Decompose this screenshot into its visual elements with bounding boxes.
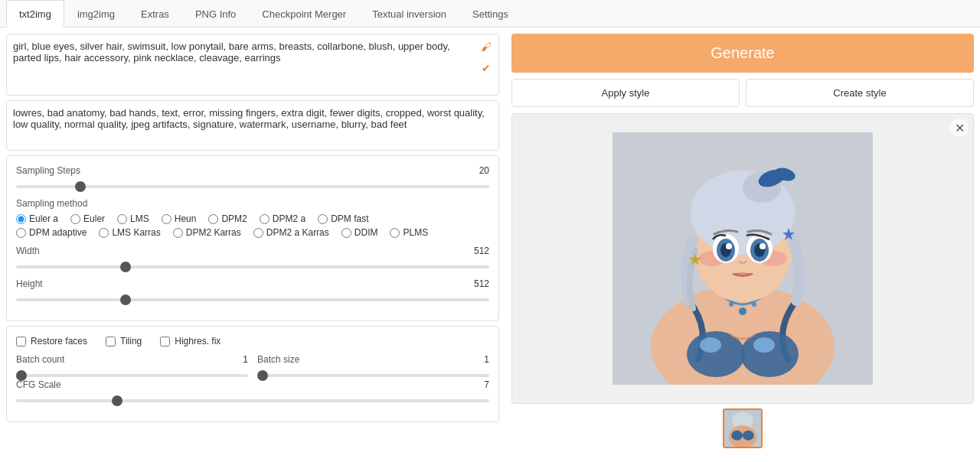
image-display: ✕: [511, 113, 974, 404]
sampling-steps-value: 20: [479, 165, 489, 176]
radio-euler-a[interactable]: Euler a: [16, 213, 58, 224]
negative-prompt-wrapper: [6, 100, 499, 151]
thumbnail-1[interactable]: [723, 408, 763, 448]
tab-extras[interactable]: Extras: [128, 0, 182, 28]
highres-fix-checkbox[interactable]: Highres. fix: [160, 336, 220, 346]
batch-size-item: Batch size 1: [257, 354, 489, 379]
svg-point-9: [752, 302, 756, 307]
create-style-button[interactable]: Create style: [746, 79, 974, 107]
radio-dpm2-karras[interactable]: DPM2 Karras: [173, 227, 241, 238]
thumbnails-row: [511, 404, 974, 453]
sampling-steps-slider[interactable]: [16, 185, 489, 188]
tiling-checkbox[interactable]: Tiling: [106, 336, 142, 346]
height-label: Height: [16, 278, 43, 289]
svg-point-26: [760, 243, 766, 249]
batch-count-label: Batch count: [16, 354, 64, 365]
close-image-button[interactable]: ✕: [950, 119, 969, 137]
cfg-scale-label: CFG Scale: [16, 379, 61, 390]
generated-image: [612, 132, 873, 385]
sampling-method-section: Sampling method Euler a Euler LMS: [16, 198, 489, 238]
svg-point-33: [731, 431, 743, 441]
radio-dpm2-a-karras[interactable]: DPM2 a Karras: [253, 227, 329, 238]
width-label: Width: [16, 246, 40, 256]
sampling-steps-label: Sampling Steps 20: [16, 165, 489, 176]
radio-lms[interactable]: LMS: [117, 213, 149, 224]
negative-prompt-input[interactable]: [7, 101, 498, 148]
batch-row: Batch count 1 Batch size 1: [16, 354, 489, 379]
right-panel: Generate Apply style Create style ✕: [505, 28, 980, 459]
radio-lms-karras[interactable]: LMS Karras: [99, 227, 160, 238]
generate-button[interactable]: Generate: [511, 34, 974, 73]
svg-point-5: [753, 337, 775, 353]
restore-faces-checkbox[interactable]: Restore faces: [16, 336, 87, 346]
svg-point-4: [700, 337, 721, 353]
tab-img2img[interactable]: img2img: [64, 0, 128, 28]
positive-prompt-wrapper: 🖌 ✔: [6, 34, 499, 96]
cfg-scale-row: CFG Scale 7: [16, 379, 489, 405]
batch-count-slider[interactable]: [16, 374, 248, 377]
params-section: Sampling Steps 20 Sampling method Euler …: [6, 155, 499, 321]
left-panel: 🖌 ✔ Sampling Steps 20 Sampling method: [0, 28, 505, 459]
tab-textual-inversion[interactable]: Textual inversion: [359, 0, 459, 28]
cfg-scale-value: 7: [484, 379, 489, 390]
sampling-method-label: Sampling method: [16, 198, 489, 209]
checkbox-row: Restore faces Tiling Highres. fix: [16, 336, 489, 346]
batch-size-label: Batch size: [257, 354, 299, 365]
radio-heun[interactable]: Heun: [162, 213, 197, 224]
width-value: 512: [474, 246, 489, 256]
tab-checkpoint-merger[interactable]: Checkpoint Merger: [249, 0, 359, 28]
radio-dpm-fast[interactable]: DPM fast: [318, 213, 368, 224]
width-slider[interactable]: [16, 265, 489, 268]
tab-settings[interactable]: Settings: [459, 0, 521, 28]
svg-point-7: [739, 307, 746, 315]
tabs-bar: txt2img img2img Extras PNG Info Checkpoi…: [0, 0, 980, 28]
radio-dpm2-a[interactable]: DPM2 a: [260, 213, 305, 224]
paint-icon-button[interactable]: 🖌: [477, 37, 495, 56]
sampling-method-row1: Euler a Euler LMS Heun: [16, 213, 489, 224]
svg-point-8: [729, 302, 733, 307]
cfg-scale-slider[interactable]: [16, 399, 489, 402]
tab-png-info[interactable]: PNG Info: [182, 0, 249, 28]
radio-plms[interactable]: PLMS: [390, 227, 428, 238]
batch-count-item: Batch count 1: [16, 354, 248, 379]
radio-euler[interactable]: Euler: [70, 213, 105, 224]
radio-dpm2[interactable]: DPM2: [208, 213, 247, 224]
radio-dpm-adaptive[interactable]: DPM adaptive: [16, 227, 87, 238]
image-area: ✕: [511, 113, 974, 453]
extra-params-section: Restore faces Tiling Highres. fix Batch …: [6, 326, 499, 422]
thumbnail-inner-1: [724, 410, 761, 447]
tab-txt2img[interactable]: txt2img: [6, 0, 64, 28]
positive-prompt-input[interactable]: [7, 34, 498, 93]
height-value: 512: [474, 278, 489, 289]
radio-ddim[interactable]: DDIM: [341, 227, 378, 238]
sampling-method-row2: DPM adaptive LMS Karras DPM2 Karras DPM2…: [16, 227, 489, 238]
batch-count-value: 1: [243, 354, 248, 365]
apply-style-button[interactable]: Apply style: [511, 79, 740, 107]
width-row: Width 512: [16, 246, 489, 271]
svg-point-25: [726, 243, 732, 249]
height-slider[interactable]: [16, 298, 489, 301]
svg-point-34: [743, 431, 754, 441]
batch-size-value: 1: [484, 354, 489, 365]
batch-size-slider[interactable]: [257, 374, 489, 377]
check-icon-button[interactable]: ✔: [477, 59, 495, 77]
prompt-icons: 🖌 ✔: [477, 37, 495, 77]
style-buttons: Apply style Create style: [511, 79, 974, 107]
height-row: Height 512: [16, 278, 489, 304]
sampling-steps-row: Sampling Steps 20: [16, 165, 489, 190]
